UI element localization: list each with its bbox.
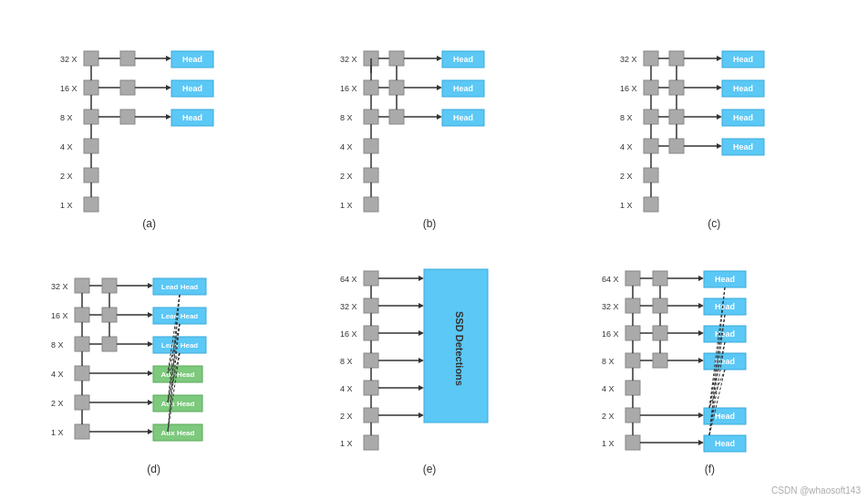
scale-label: 32 X	[340, 55, 357, 64]
svg-e: 64 X 32 X 16 X 8 X 4	[338, 262, 521, 463]
node	[364, 110, 378, 124]
scale-label: 1 X	[60, 201, 73, 210]
node	[102, 278, 117, 293]
scale-label: 64 X	[340, 275, 357, 284]
node	[75, 278, 89, 293]
node	[364, 435, 378, 450]
scale-label: 16 X	[340, 84, 357, 93]
svg-b: 32 X Head 16 X Head 8	[338, 35, 521, 217]
head-label: Head	[715, 412, 735, 421]
scale-label: 8 X	[340, 113, 353, 122]
scale-label: 1 X	[340, 439, 353, 448]
diagram-d: 32 X Lead Head 16 X Lead Head 8 X	[49, 262, 259, 475]
node	[120, 110, 135, 124]
diagram-e: 64 X 32 X 16 X 8 X 4	[338, 262, 521, 475]
node	[625, 353, 640, 368]
svg-d: 32 X Lead Head 16 X Lead Head 8 X	[49, 262, 259, 463]
scale-label: 1 X	[51, 428, 64, 437]
arrow	[148, 341, 153, 347]
diagram-d-label: (d)	[147, 463, 160, 475]
aux-head-label: Aux Head	[160, 371, 194, 379]
arrow	[717, 143, 722, 149]
head-label: Head	[715, 275, 735, 284]
node	[75, 308, 89, 322]
svg-a: 32 X Head 16 X Head 8	[58, 35, 241, 217]
node	[653, 353, 667, 368]
arrow	[698, 330, 704, 336]
node	[364, 197, 378, 212]
arrow	[698, 358, 704, 363]
head-label: Head	[453, 113, 473, 122]
scale-label: 16 X	[602, 329, 619, 339]
arrow	[717, 114, 722, 120]
svg-f: 64 X Head 32 X Head 16 X	[600, 262, 819, 463]
arrow	[418, 303, 424, 308]
node	[389, 51, 404, 66]
scale-label: 4 X	[340, 142, 353, 151]
node	[625, 408, 640, 423]
scale-label: 32 X	[340, 302, 357, 311]
node	[644, 197, 658, 212]
node	[644, 80, 658, 95]
node	[625, 271, 640, 286]
node	[653, 326, 667, 340]
arrow	[717, 56, 722, 61]
head-label: Head	[733, 84, 753, 93]
scale-label: 8 X	[340, 357, 353, 366]
node	[644, 51, 658, 66]
node	[653, 298, 667, 313]
arrow	[148, 312, 153, 318]
aux-head-label: Aux Head	[160, 429, 194, 437]
arrow	[437, 85, 442, 90]
node	[625, 381, 640, 395]
arrow	[418, 412, 424, 418]
node	[120, 51, 135, 66]
arrow	[166, 85, 171, 90]
arrow	[418, 358, 424, 363]
node	[102, 308, 117, 322]
head-label: Head	[182, 55, 202, 64]
arrow	[437, 114, 442, 120]
diagram-b-label: (b)	[423, 217, 437, 230]
scale-label: 4 X	[620, 142, 633, 151]
arrow	[698, 303, 704, 308]
head-label: Head	[733, 142, 753, 151]
scale-label: 2 X	[602, 412, 615, 421]
arrow	[698, 276, 704, 281]
node	[364, 168, 378, 183]
arrow	[698, 440, 704, 445]
scale-label: 4 X	[51, 370, 64, 379]
node	[75, 337, 89, 351]
arrow	[166, 56, 171, 61]
head-label: Head	[715, 302, 735, 311]
node	[364, 408, 378, 423]
arrow	[166, 114, 171, 120]
node	[389, 80, 404, 95]
scale-label: 2 X	[340, 172, 353, 181]
node	[653, 271, 667, 286]
scale-label: 32 X	[620, 55, 637, 64]
lead-head-label: Lead Head	[160, 283, 198, 291]
head-label: Head	[733, 113, 753, 122]
scale-label: 2 X	[340, 412, 353, 421]
watermark: CSDN @whaosoft143	[771, 485, 861, 496]
node	[364, 139, 378, 153]
head-label: Head	[182, 84, 202, 93]
node	[625, 298, 640, 313]
diagram-b: 32 X Head 16 X Head 8	[338, 35, 521, 230]
diagram-f: 64 X Head 32 X Head 16 X	[600, 262, 819, 475]
scale-label: 8 X	[602, 357, 615, 366]
node	[644, 168, 658, 183]
diagram-c: 32 X Head 16 X Head 8 X	[618, 35, 810, 230]
scale-label: 8 X	[51, 340, 64, 350]
node	[75, 366, 89, 381]
diagram-a: 32 X Head 16 X Head 8	[58, 35, 241, 230]
scale-label: 2 X	[60, 172, 73, 181]
scale-label: 4 X	[340, 384, 353, 393]
aux-head-label: Aux Head	[160, 400, 194, 408]
node	[84, 110, 98, 124]
node	[75, 395, 89, 410]
node	[102, 337, 117, 351]
node	[669, 80, 684, 95]
node	[389, 110, 404, 124]
